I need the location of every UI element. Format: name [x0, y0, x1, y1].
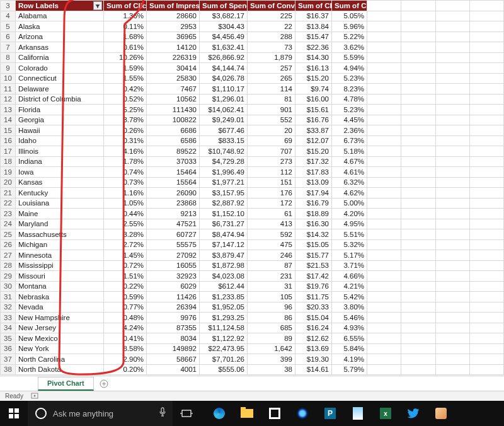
- cell-impressions[interactable]: 6029: [147, 281, 200, 292]
- cell-spend[interactable]: $7,147.12: [200, 239, 248, 250]
- cell-conversions[interactable]: 69: [248, 135, 295, 146]
- cell-clicks[interactable]: 0.26%: [104, 125, 147, 136]
- cell-cpa[interactable]: $12.07: [295, 135, 332, 146]
- cell-conversions[interactable]: 172: [248, 198, 295, 209]
- cell-label[interactable]: North Dakota: [16, 364, 104, 375]
- cell-cpa[interactable]: $13.09: [295, 177, 332, 188]
- cell-conversions[interactable]: 288: [248, 32, 295, 42]
- cell-conversions[interactable]: 273: [248, 156, 295, 167]
- cell-spend[interactable]: $3,157.95: [200, 188, 248, 199]
- row-header[interactable]: 17: [1, 146, 16, 157]
- cell-spend[interactable]: $6,731.27: [200, 219, 248, 229]
- cell-cr[interactable]: 4.93%: [332, 323, 367, 333]
- taskbar-app-excel[interactable]: x: [372, 401, 399, 426]
- cell-impressions[interactable]: 37033: [147, 156, 200, 167]
- cell-conversions[interactable]: 151: [248, 177, 295, 188]
- cell-impressions[interactable]: 226319: [147, 52, 200, 63]
- row-header[interactable]: 30: [1, 281, 16, 292]
- cell-cpa[interactable]: $15.77: [295, 250, 332, 261]
- cell-label[interactable]: Michigan: [16, 239, 104, 250]
- cell-spend[interactable]: $14,062.41: [200, 105, 248, 115]
- cell-spend[interactable]: $1,122.92: [200, 333, 248, 344]
- cell-cpa[interactable]: $16.24: [295, 323, 332, 333]
- taskbar-app-eye[interactable]: [289, 401, 316, 426]
- cell-cr[interactable]: 2.36%: [332, 125, 367, 136]
- cell-conversions[interactable]: 73: [248, 42, 295, 53]
- row-header[interactable]: 11: [1, 84, 16, 95]
- cell-cr[interactable]: 4.61%: [332, 167, 367, 178]
- cell-cpa[interactable]: $20.33: [295, 302, 332, 313]
- cell-impressions[interactable]: 28660: [147, 11, 200, 21]
- cell-clicks[interactable]: 0.52%: [104, 94, 147, 105]
- cell-conversions[interactable]: 176: [248, 188, 295, 199]
- cell-label[interactable]: New Hampshire: [16, 313, 104, 323]
- taskbar-app-edge[interactable]: [205, 401, 233, 426]
- cell-impressions[interactable]: 9213: [147, 209, 200, 219]
- cell-clicks[interactable]: 1.16%: [104, 188, 147, 199]
- row-header[interactable]: 18: [1, 156, 16, 167]
- cell-spend[interactable]: $1,872.98: [200, 260, 248, 271]
- cell-impressions[interactable]: 55575: [147, 239, 200, 250]
- cell-clicks[interactable]: 0.11%: [104, 21, 147, 32]
- cell-cpa[interactable]: $14.32: [295, 229, 332, 240]
- row-header[interactable]: 35: [1, 333, 16, 344]
- cell-conversions[interactable]: 1,879: [248, 52, 295, 63]
- cell-cr[interactable]: 8.23%: [332, 84, 367, 95]
- cell-spend[interactable]: $2,887.92: [200, 198, 248, 209]
- taskbar-app-paint[interactable]: [427, 401, 455, 426]
- cell-clicks[interactable]: 1.45%: [104, 250, 147, 261]
- cell-impressions[interactable]: 4001: [147, 364, 200, 375]
- cell-cr[interactable]: 5.32%: [332, 239, 367, 250]
- cell-spend[interactable]: $1,296.01: [200, 94, 248, 105]
- cell-spend[interactable]: $1,952.05: [200, 302, 248, 313]
- cell-cr[interactable]: 5.00%: [332, 198, 367, 209]
- cell-cr[interactable]: 3.71%: [332, 260, 367, 271]
- cell-impressions[interactable]: 9976: [147, 313, 200, 323]
- cell-conversions[interactable]: 399: [248, 354, 295, 365]
- cell-cr[interactable]: 3.80%: [332, 302, 367, 313]
- cell-cpa[interactable]: $14.61: [295, 364, 332, 375]
- cell-cpa[interactable]: $15.05: [295, 239, 332, 250]
- cell-impressions[interactable]: 6586: [147, 135, 200, 146]
- cell-cpa[interactable]: $33.87: [295, 125, 332, 136]
- row-header[interactable]: 21: [1, 188, 16, 199]
- cell-label[interactable]: California: [16, 52, 104, 63]
- cell-spend[interactable]: $1,233.85: [200, 292, 248, 302]
- cell-conversions[interactable]: 685: [248, 323, 295, 333]
- cell-label[interactable]: Idaho: [16, 135, 104, 146]
- cell-cr[interactable]: 4.67%: [332, 156, 367, 167]
- cell-spend[interactable]: $3,682.17: [200, 11, 248, 21]
- cell-label[interactable]: Alabama: [16, 11, 104, 21]
- cell-spend[interactable]: $4,026.78: [200, 73, 248, 84]
- cell-conversions[interactable]: 901: [248, 105, 295, 115]
- row-header[interactable]: 5: [1, 21, 16, 32]
- cell-spend[interactable]: $304.43: [200, 21, 248, 32]
- cell-cr[interactable]: 6.55%: [332, 333, 367, 344]
- cell-spend[interactable]: $833.15: [200, 135, 248, 146]
- taskbar-app-p[interactable]: P: [316, 401, 344, 426]
- cell-cr[interactable]: 4.66%: [332, 271, 367, 282]
- cell-clicks[interactable]: 2.90%: [104, 354, 147, 365]
- cell-spend[interactable]: $4,456.49: [200, 32, 248, 42]
- cell-cpa[interactable]: $19.30: [295, 354, 332, 365]
- row-header[interactable]: 7: [1, 42, 16, 53]
- cell-label[interactable]: Colorado: [16, 63, 104, 74]
- cell-cr[interactable]: 4.21%: [332, 281, 367, 292]
- cell-label[interactable]: New Mexico: [16, 333, 104, 344]
- cell-impressions[interactable]: 26090: [147, 188, 200, 199]
- cell-impressions[interactable]: 8034: [147, 333, 200, 344]
- cell-conversions[interactable]: 1,642: [248, 343, 295, 354]
- cell-label[interactable]: Montana: [16, 281, 104, 292]
- pivot-row-labels-header[interactable]: Row Labels: [16, 1, 104, 11]
- cell-cpa[interactable]: $16.13: [295, 63, 332, 74]
- cell-impressions[interactable]: 111430: [147, 105, 200, 115]
- cell-spend[interactable]: $3,879.47: [200, 250, 248, 261]
- cell-clicks[interactable]: 1.51%: [104, 271, 147, 282]
- cell-clicks[interactable]: 5.25%: [104, 105, 147, 115]
- cell-cpa[interactable]: $16.00: [295, 94, 332, 105]
- cell-spend[interactable]: $1,996.49: [200, 167, 248, 178]
- cell-cpa[interactable]: $16.30: [295, 219, 332, 229]
- cell-clicks[interactable]: 0.42%: [104, 84, 147, 95]
- cell-label[interactable]: Kansas: [16, 177, 104, 188]
- cell-cr[interactable]: 5.51%: [332, 229, 367, 240]
